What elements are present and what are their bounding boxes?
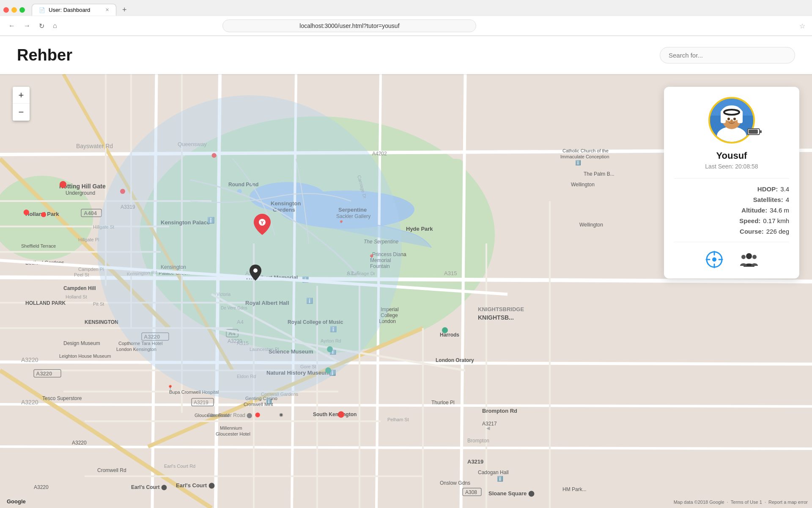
- app-header: Rehber: [0, 36, 812, 74]
- user-stats: HDOP: 3.4 Satellites: 4 Altitude: 34.6 m…: [674, 178, 789, 242]
- new-tab-button[interactable]: +: [118, 3, 131, 17]
- svg-text:Hyde Park: Hyde Park: [406, 226, 433, 232]
- svg-text:A3220: A3220: [34, 484, 49, 490]
- svg-text:Onslow Gdns: Onslow Gdns: [440, 480, 470, 486]
- svg-text:ℹ️: ℹ️: [497, 475, 503, 482]
- svg-text:Peel St: Peel St: [74, 272, 89, 277]
- terms-link[interactable]: Terms of Use 1: [731, 500, 763, 505]
- map-container[interactable]: Bayswater Rd A315 A315 A315 A3220 A3220 …: [0, 74, 812, 508]
- hdop-label: HDOP:: [757, 185, 778, 193]
- map-data-attribution: Map data ©2018 Google · Terms of Use 1 ·…: [674, 500, 808, 505]
- svg-text:South Kensington: South Kensington: [313, 411, 357, 417]
- user-card: Yousuf Last Seen: 20:08:58 HDOP: 3.4 Sat…: [664, 87, 799, 279]
- user-name: Yousuf: [674, 150, 789, 161]
- svg-text:Sheffield Terrace: Sheffield Terrace: [21, 243, 56, 248]
- app-title: Rehber: [17, 46, 72, 64]
- zoom-controls: + −: [13, 87, 30, 121]
- zoom-out-button[interactable]: −: [13, 104, 30, 121]
- search-input[interactable]: [660, 47, 795, 64]
- svg-text:⬤: ⬤: [23, 209, 30, 215]
- svg-point-186: [727, 118, 730, 120]
- svg-text:HM Park...: HM Park...: [562, 486, 587, 492]
- stat-row-speed: Speed: 0.17 kmh: [674, 217, 789, 224]
- svg-text:A3220: A3220: [21, 399, 38, 406]
- svg-text:Pelham St: Pelham St: [387, 417, 409, 422]
- svg-point-188: [730, 119, 733, 123]
- app-container: Rehber: [0, 36, 812, 508]
- svg-point-198: [746, 253, 752, 259]
- svg-text:Earl's Court ⬤: Earl's Court ⬤: [131, 484, 167, 490]
- svg-point-151: [442, 327, 448, 333]
- satellites-value: 4: [786, 196, 789, 203]
- active-tab[interactable]: 📄 User: Dashboard ✕: [32, 4, 116, 16]
- svg-text:⬤: ⬤: [255, 412, 260, 417]
- svg-point-131: [41, 212, 46, 217]
- altitude-label: Altitude:: [741, 207, 767, 214]
- last-seen-label: Last Seen:: [705, 163, 733, 170]
- svg-text:Immaculate Conception: Immaculate Conception: [560, 154, 609, 159]
- svg-text:Leighton House Museum: Leighton House Museum: [59, 353, 111, 359]
- back-button[interactable]: ←: [7, 20, 17, 31]
- group-button[interactable]: [740, 251, 758, 268]
- tab-bar: 📄 User: Dashboard ✕ +: [0, 0, 812, 16]
- zoom-in-button[interactable]: +: [13, 87, 30, 104]
- last-seen-time: 20:08:58: [735, 163, 758, 170]
- svg-text:Catholic Church of the: Catholic Church of the: [562, 148, 609, 153]
- svg-text:A3220: A3220: [36, 370, 52, 377]
- svg-text:ℹ️: ℹ️: [266, 398, 272, 404]
- reload-button[interactable]: ↻: [37, 20, 46, 32]
- svg-point-187: [733, 118, 736, 120]
- maximize-traffic-light[interactable]: [19, 7, 25, 13]
- svg-text:Tesco Superstore: Tesco Superstore: [42, 395, 82, 401]
- svg-text:A3220: A3220: [21, 356, 38, 363]
- address-bar: ← → ↻ ⌂ ☆: [0, 16, 812, 36]
- speed-label: Speed:: [739, 217, 760, 224]
- svg-text:London Oratory: London Oratory: [436, 357, 474, 363]
- satellites-label: Satellites:: [753, 196, 783, 203]
- minimize-traffic-light[interactable]: [11, 7, 17, 13]
- svg-text:Brompton Rd: Brompton Rd: [482, 408, 517, 414]
- tab-close-button[interactable]: ✕: [105, 7, 109, 13]
- svg-text:Cadogan Hall: Cadogan Hall: [478, 469, 509, 475]
- svg-text:ℹ️: ℹ️: [575, 160, 581, 166]
- map-background: Bayswater Rd A315 A315 A315 A3220 A3220 …: [0, 74, 812, 508]
- svg-rect-191: [749, 130, 758, 134]
- locate-button[interactable]: [705, 251, 723, 268]
- svg-text:KENSINGTON: KENSINGTON: [85, 319, 118, 325]
- svg-text:⬤: ⬤: [59, 180, 67, 188]
- svg-text:Millennium: Millennium: [220, 425, 242, 431]
- home-button[interactable]: ⌂: [51, 20, 59, 31]
- svg-point-200: [752, 255, 757, 259]
- bookmark-icon[interactable]: ☆: [799, 22, 805, 30]
- stat-row-course: Course: 226 deg: [674, 228, 789, 235]
- hdop-value: 3.4: [780, 185, 789, 193]
- svg-point-176: [253, 268, 258, 273]
- svg-text:◀: ◀: [486, 425, 490, 431]
- svg-text:KNIGHTSBRIDGE: KNIGHTSBRIDGE: [478, 306, 524, 312]
- svg-text:Underground: Underground: [66, 190, 95, 196]
- svg-point-199: [741, 255, 746, 259]
- svg-text:Hillgate Pl: Hillgate Pl: [78, 237, 99, 242]
- report-error-link[interactable]: Report a map error: [768, 500, 808, 505]
- user-actions: [674, 251, 789, 268]
- svg-text:⬤: ⬤: [337, 410, 345, 418]
- location-marker-y: Y: [254, 214, 271, 237]
- close-traffic-light[interactable]: [3, 7, 9, 13]
- svg-text:Harrods: Harrods: [440, 332, 459, 338]
- svg-text:The Palm B...: The Palm B...: [584, 171, 614, 177]
- radius-circle: [97, 95, 402, 400]
- svg-text:Gloucester Hotel: Gloucester Hotel: [216, 431, 250, 436]
- svg-text:A3219: A3219: [467, 458, 483, 465]
- forward-button[interactable]: →: [22, 20, 32, 31]
- stat-row-altitude: Altitude: 34.6 m: [674, 207, 789, 214]
- course-value: 226 deg: [766, 228, 789, 235]
- svg-text:Brompton: Brompton: [467, 438, 489, 444]
- google-label: Google: [7, 498, 26, 505]
- svg-text:HOLLAND PARK: HOLLAND PARK: [25, 300, 66, 306]
- svg-text:Earl's Court Rd: Earl's Court Rd: [164, 464, 195, 469]
- svg-text:📍: 📍: [167, 384, 173, 391]
- url-input[interactable]: [222, 19, 476, 32]
- svg-text:Sloane Square ⬤: Sloane Square ⬤: [488, 490, 535, 497]
- browser-chrome: 📄 User: Dashboard ✕ + ← → ↻ ⌂ ☆: [0, 0, 812, 36]
- svg-text:Thurloe Pl: Thurloe Pl: [431, 400, 455, 406]
